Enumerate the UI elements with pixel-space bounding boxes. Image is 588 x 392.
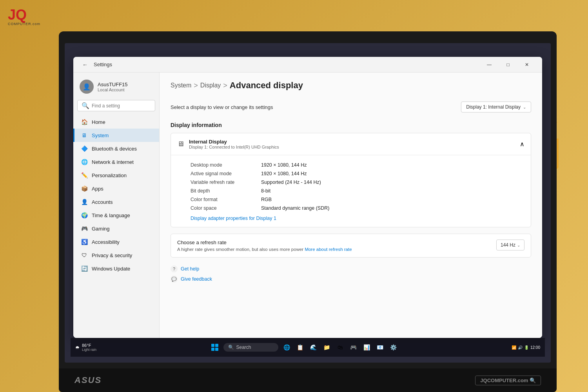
- laptop-screen: ← Settings — □ ✕ 👤 AsusTUFF15 Local Acco…: [65, 43, 551, 363]
- sidebar-label-network: Network & internet: [92, 159, 134, 165]
- get-help-text: Get help: [181, 266, 199, 272]
- user-info: AsusTUFF15 Local Account: [98, 82, 128, 92]
- jq-logo-sub: COMPUTER.com: [8, 22, 39, 26]
- weather-info: 86°F Light rain: [82, 343, 96, 352]
- laptop-frame: ← Settings — □ ✕ 👤 AsusTUFF15 Local Acco…: [59, 31, 557, 368]
- display-info-header[interactable]: 🖥 Internal Display Display 1: Connected …: [171, 133, 531, 155]
- refresh-more-link[interactable]: More about refresh rate: [305, 247, 352, 252]
- info-value-variable-refresh: Supported (24 Hz - 144 Hz): [261, 180, 321, 185]
- sidebar-label-personalization: Personalization: [92, 172, 127, 178]
- taskbar-icon-apps2[interactable]: 📊: [361, 342, 372, 353]
- minimize-button[interactable]: —: [480, 59, 498, 71]
- back-button[interactable]: ←: [80, 59, 91, 70]
- taskbar-battery-icon: 🔋: [524, 345, 529, 350]
- taskbar-pinned-icons: 🌐 📋 🌊 📁 🛍 🎮 📊 📧 ⚙️: [281, 342, 399, 353]
- refresh-dropdown[interactable]: 144 Hz ⌄: [496, 240, 524, 250]
- sidebar-item-gaming[interactable]: 🎮 Gaming: [73, 222, 159, 235]
- taskbar-icon-explorer[interactable]: 📁: [321, 342, 332, 353]
- info-row-desktop-mode: Desktop mode 1920 × 1080, 144 Hz: [191, 161, 523, 169]
- refresh-rate-card: Choose a refresh rate A higher rate give…: [171, 234, 531, 258]
- search-icon: 🔍: [82, 102, 89, 109]
- sidebar-item-update[interactable]: 🔄 Windows Update: [73, 262, 159, 275]
- home-icon: 🏠: [81, 118, 88, 125]
- close-button[interactable]: ✕: [518, 59, 536, 71]
- info-row-color-format: Color format RGB: [191, 195, 523, 204]
- info-label-color-space: Color space: [191, 205, 253, 211]
- taskbar-icon-widgets[interactable]: 🌐: [281, 342, 292, 353]
- display-info-header-left: 🖥 Internal Display Display 1: Connected …: [177, 139, 279, 149]
- network-icon: 🌐: [81, 158, 88, 165]
- display-info-card: 🖥 Internal Display Display 1: Connected …: [171, 133, 531, 227]
- sidebar-item-time[interactable]: 🌍 Time & language: [73, 209, 159, 222]
- taskbar-icon-store[interactable]: 🛍: [335, 342, 346, 353]
- give-feedback-link[interactable]: 💬 Give feedback: [171, 276, 531, 283]
- taskbar-icon-xbox[interactable]: 🎮: [348, 342, 359, 353]
- info-label-signal-mode: Active signal mode: [191, 171, 253, 176]
- apps-icon: 📦: [81, 185, 88, 192]
- refresh-title: Choose a refresh rate: [177, 240, 490, 245]
- sidebar-label-gaming: Gaming: [92, 226, 110, 232]
- breadcrumb-display[interactable]: Display: [200, 82, 221, 89]
- breadcrumb-system[interactable]: System: [171, 82, 191, 89]
- accessibility-icon: ♿: [81, 238, 88, 245]
- taskbar-icon-browser[interactable]: 📋: [295, 342, 306, 353]
- sidebar-label-accessibility: Accessibility: [92, 239, 120, 245]
- laptop-bottom-bar: ASUS JQCOMPUTER.com 🔍: [59, 368, 557, 392]
- sidebar-item-home[interactable]: 🏠 Home: [73, 115, 159, 129]
- give-feedback-text: Give feedback: [181, 276, 212, 282]
- start-button[interactable]: [209, 342, 220, 353]
- sidebar-item-privacy[interactable]: 🛡 Privacy & security: [73, 249, 159, 262]
- display-info-body: Desktop mode 1920 × 1080, 144 Hz Active …: [171, 155, 531, 227]
- taskbar-center: 🔍 Search 🌐 📋 🌊 📁 🛍 🎮 📊 📧 ⚙️: [100, 342, 508, 353]
- info-value-bit-depth: 8-bit: [261, 188, 270, 194]
- personalization-icon: ✏️: [81, 172, 88, 179]
- sidebar: 👤 AsusTUFF15 Local Account 🔍 🏠 Home: [73, 73, 160, 338]
- window-controls: — □ ✕: [480, 59, 536, 71]
- jq-bottom-logo: JQCOMPUTER.com 🔍: [475, 376, 541, 385]
- refresh-value: 144 Hz: [501, 242, 515, 248]
- sidebar-item-accessibility[interactable]: ♿ Accessibility: [73, 235, 159, 249]
- jq-logo: JQ COMPUTER.com: [8, 8, 39, 31]
- info-row-variable-refresh: Variable refresh rate Supported (24 Hz -…: [191, 178, 523, 187]
- refresh-info: Choose a refresh rate A higher rate give…: [177, 240, 490, 252]
- sidebar-item-bluetooth[interactable]: 🔷 Bluetooth & devices: [73, 142, 159, 155]
- taskbar-icon-edge[interactable]: 🌊: [308, 342, 319, 353]
- display-dropdown[interactable]: Display 1: Internal Display ⌄: [461, 102, 531, 113]
- info-label-bit-depth: Bit depth: [191, 188, 253, 194]
- weather-desc: Light rain: [82, 348, 96, 352]
- info-row-signal-mode: Active signal mode 1920 × 1080, 144 Hz: [191, 169, 523, 178]
- user-name: AsusTUFF15: [98, 82, 128, 87]
- sidebar-item-accounts[interactable]: 👤 Accounts: [73, 195, 159, 209]
- info-label-color-format: Color format: [191, 197, 253, 202]
- monitor-icon: 🖥: [177, 140, 184, 148]
- sidebar-item-network[interactable]: 🌐 Network & internet: [73, 155, 159, 169]
- get-help-link[interactable]: ? Get help: [171, 265, 531, 272]
- main-layout: 👤 AsusTUFF15 Local Account 🔍 🏠 Home: [73, 73, 542, 338]
- avatar: 👤: [80, 80, 94, 94]
- content-area: System > Display > Advanced display Sele…: [160, 73, 542, 338]
- get-help-icon: ?: [171, 265, 178, 272]
- taskbar-icon-settings2[interactable]: ⚙️: [388, 342, 399, 353]
- search-box[interactable]: 🔍: [77, 100, 155, 111]
- refresh-desc: A higher rate gives smoother motion, but…: [177, 247, 490, 252]
- user-profile: 👤 AsusTUFF15 Local Account: [73, 76, 159, 100]
- sidebar-label-privacy: Privacy & security: [92, 252, 132, 258]
- taskbar-search-placeholder: Search: [236, 345, 251, 350]
- taskbar-icon-outlook[interactable]: 📧: [375, 342, 386, 353]
- sidebar-item-personalization[interactable]: ✏️ Personalization: [73, 169, 159, 182]
- sidebar-item-apps[interactable]: 📦 Apps: [73, 182, 159, 195]
- info-value-desktop-mode: 1920 × 1080, 144 Hz: [261, 162, 307, 168]
- search-input[interactable]: [92, 103, 151, 109]
- section-title-display-info: Display information: [171, 122, 531, 128]
- info-label-desktop-mode: Desktop mode: [191, 162, 253, 168]
- maximize-button[interactable]: □: [499, 59, 517, 71]
- taskbar-network-icon: 📶: [512, 345, 516, 350]
- taskbar-search[interactable]: 🔍 Search: [223, 343, 278, 352]
- display-dropdown-value: Display 1: Internal Display: [466, 104, 521, 110]
- display-name: Internal Display: [189, 139, 279, 145]
- adapter-properties-link[interactable]: Display adapter properties for Display 1: [191, 216, 276, 221]
- sidebar-item-system[interactable]: 🖥 System: [73, 129, 159, 142]
- info-value-color-format: RGB: [261, 197, 272, 202]
- display-subtitle: Display 1: Connected to Intel(R) UHD Gra…: [189, 145, 279, 149]
- breadcrumb-sep2: >: [223, 82, 227, 90]
